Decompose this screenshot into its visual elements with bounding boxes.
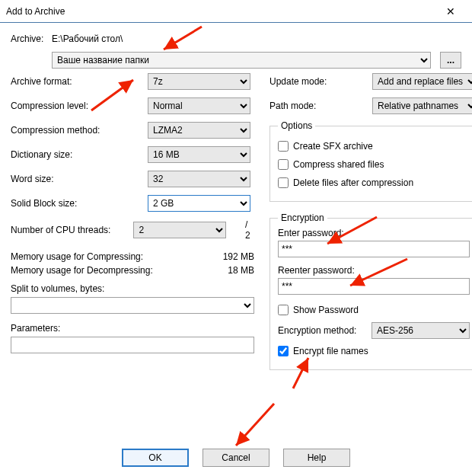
- sfx-label: Create SFX archive: [293, 141, 373, 152]
- split-label: Split to volumes, bytes:: [11, 283, 254, 294]
- annotation-arrow-icon: [228, 400, 282, 453]
- params-label: Parameters:: [11, 323, 254, 334]
- format-label: Archive format:: [11, 76, 148, 87]
- mem-comp-label: Memory usage for Compressing:: [11, 251, 143, 262]
- shared-row[interactable]: Compress shared files: [278, 157, 470, 172]
- parameters-input[interactable]: [11, 337, 254, 353]
- archive-label: Archive:: [11, 34, 52, 44]
- block-label: Solid Block size:: [11, 198, 148, 209]
- reenter-pw-label: Reenter password:: [278, 265, 470, 276]
- archive-path: E:\Рабочий стол\: [52, 34, 123, 44]
- dictionary-size-select[interactable]: 16 MB: [148, 146, 250, 163]
- mem-decomp-label: Memory usage for Decompressing:: [11, 265, 153, 276]
- options-group: Options Create SFX archive Compress shar…: [269, 120, 472, 202]
- compression-level-select[interactable]: Normal: [148, 97, 250, 114]
- delete-row[interactable]: Delete files after compression: [278, 175, 470, 190]
- delete-label: Delete files after compression: [293, 177, 413, 188]
- encrypt-names-checkbox[interactable]: [278, 346, 289, 356]
- encryption-group: Encryption Enter password: Reenter passw…: [269, 212, 472, 370]
- threads-label: Number of CPU threads:: [11, 225, 133, 235]
- ok-button[interactable]: OK: [122, 449, 189, 467]
- compression-method-select[interactable]: LZMA2: [148, 122, 250, 139]
- enter-pw-label: Enter password:: [278, 228, 470, 238]
- encryption-method-select[interactable]: AES-256: [372, 322, 470, 339]
- close-icon[interactable]: ✕: [435, 5, 466, 18]
- mem-decomp-value: 18 MB: [228, 265, 254, 276]
- mem-comp-value: 192 MB: [223, 251, 254, 262]
- level-label: Compression level:: [11, 101, 148, 111]
- word-size-select[interactable]: 32: [148, 171, 250, 187]
- solid-block-size-select[interactable]: 2 GB: [148, 195, 250, 212]
- archive-row: Archive: E:\Рабочий стол\: [11, 30, 461, 47]
- right-column: Update mode: Add and replace files Path …: [269, 73, 472, 370]
- archive-format-select[interactable]: 7z: [148, 73, 250, 90]
- dialog-buttons: OK Cancel Help: [0, 449, 472, 467]
- shared-label: Compress shared files: [293, 159, 384, 170]
- titlebar: Add to Archive ✕: [0, 0, 472, 23]
- archive-name-select[interactable]: Ваше название папки: [52, 52, 431, 69]
- path-mode-select[interactable]: Relative pathnames: [372, 97, 472, 114]
- svg-line-5: [236, 404, 274, 446]
- encrypt-names-label: Encrypt file names: [293, 346, 368, 356]
- left-column: Archive format: 7z Compression level: No…: [11, 73, 254, 370]
- show-password-checkbox[interactable]: [278, 305, 289, 315]
- split-volumes-select[interactable]: [11, 297, 254, 314]
- cancel-button[interactable]: Cancel: [203, 449, 269, 467]
- sfx-row[interactable]: Create SFX archive: [278, 139, 470, 154]
- window-title: Add to Archive: [6, 6, 435, 17]
- browse-button[interactable]: ...: [440, 52, 461, 69]
- sfx-checkbox[interactable]: [278, 141, 289, 152]
- delete-checkbox[interactable]: [278, 177, 289, 188]
- dict-label: Dictionary size:: [11, 149, 148, 160]
- encrypt-names-row[interactable]: Encrypt file names: [278, 343, 470, 359]
- shared-checkbox[interactable]: [278, 159, 289, 170]
- method-label: Compression method:: [11, 125, 148, 136]
- help-button[interactable]: Help: [283, 449, 350, 467]
- archive-name-row: Ваше название папки ...: [11, 52, 461, 69]
- enc-method-label: Encryption method:: [278, 325, 372, 336]
- update-mode-select[interactable]: Add and replace files: [372, 73, 472, 90]
- pathmode-label: Path mode:: [269, 101, 372, 111]
- show-password-label: Show Password: [293, 305, 359, 315]
- options-legend: Options: [278, 120, 315, 131]
- show-pw-row[interactable]: Show Password: [278, 302, 470, 318]
- encryption-legend: Encryption: [278, 212, 327, 223]
- threads-total: / 2: [245, 219, 254, 241]
- update-label: Update mode:: [269, 76, 372, 87]
- word-label: Word size:: [11, 174, 148, 184]
- enter-password-input[interactable]: [278, 241, 470, 257]
- reenter-password-input[interactable]: [278, 278, 470, 295]
- dialog-content: Archive: E:\Рабочий стол\ Ваше название …: [0, 23, 472, 370]
- cpu-threads-select[interactable]: 2: [133, 222, 226, 238]
